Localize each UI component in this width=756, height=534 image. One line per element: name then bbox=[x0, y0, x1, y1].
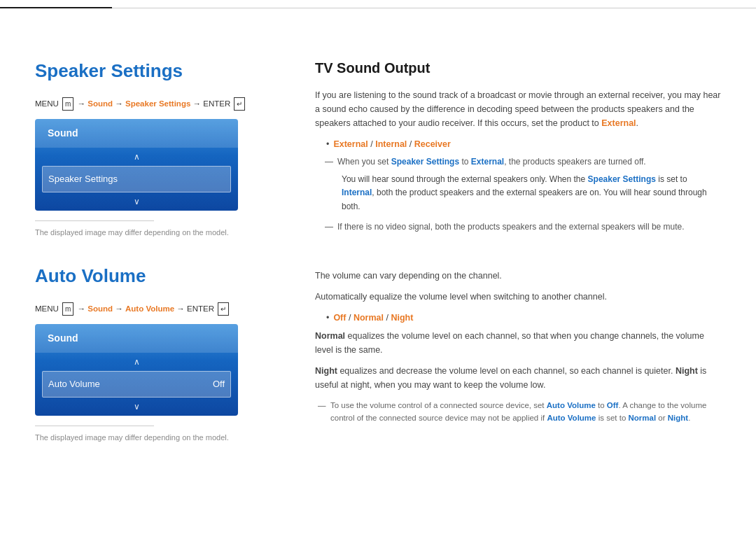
widget-up-arrow2: ∧ bbox=[35, 353, 238, 371]
widget-speaker-settings-item: Speaker Settings bbox=[42, 166, 231, 192]
receiver-label: Receiver bbox=[414, 139, 451, 149]
menu-label2: MENU bbox=[35, 304, 61, 313]
auto-volume-content-section: The volume can vary depending on the cha… bbox=[315, 269, 721, 425]
speaker-settings-ref2: Speaker Settings bbox=[588, 174, 656, 184]
widget-auto-volume-item: Auto Volume Off bbox=[42, 371, 231, 398]
normal-label: Normal bbox=[354, 313, 384, 323]
divider1 bbox=[35, 220, 154, 221]
right-column: TV Sound Output If you are listening to … bbox=[315, 57, 721, 443]
widget-header-label: Sound bbox=[48, 126, 78, 141]
menu-path-arrow2: → ENTER bbox=[193, 99, 233, 108]
tv-sound-output-section: TV Sound Output If you are listening to … bbox=[315, 57, 721, 234]
enter-icon: ↵ bbox=[234, 97, 245, 111]
auto-volume-section: Auto Volume MENU m → Sound → Auto Volume… bbox=[35, 262, 287, 443]
widget-auto-volume-label: Auto Volume bbox=[48, 377, 100, 391]
menu-path-arrow3: → bbox=[115, 304, 125, 313]
auto-volume-note-block: To use the volume control of a connected… bbox=[319, 399, 721, 425]
divider2 bbox=[35, 426, 154, 426]
menu-path-speaker-settings: Speaker Settings bbox=[125, 99, 190, 108]
widget-up-arrow: ∧ bbox=[35, 148, 238, 166]
tv-sound-output-title: TV Sound Output bbox=[315, 57, 721, 78]
bullet-off-normal-night: Off / Normal / Night bbox=[326, 311, 721, 325]
speaker-settings-menu-path: MENU m → Sound → Speaker Settings → ENTE… bbox=[35, 97, 287, 111]
off-ref: Off bbox=[607, 401, 619, 409]
night-description: Night equalizes and decrease the volume … bbox=[315, 364, 721, 392]
dash-item-auto-volume: To use the volume control of a connected… bbox=[323, 399, 721, 425]
off-label: Off bbox=[333, 313, 346, 323]
top-rule bbox=[0, 7, 756, 8]
auto-equalize-text: Automatically equalize the volume level … bbox=[315, 290, 721, 304]
speaker-settings-note-block: When you set Speaker Settings to Externa… bbox=[326, 155, 721, 234]
dash-item-external: When you set Speaker Settings to Externa… bbox=[330, 155, 721, 169]
bullet-external-internal: External / Internal / Receiver bbox=[326, 137, 721, 151]
external-highlight: External bbox=[601, 118, 636, 128]
menu-path-sound2: Sound bbox=[88, 304, 113, 313]
menu-label: MENU bbox=[35, 99, 61, 108]
menu-path-text2: → bbox=[78, 304, 88, 313]
auto-volume-ref: Auto Volume bbox=[547, 401, 596, 409]
menu-path-text: → bbox=[78, 99, 88, 108]
widget-selected-label: Speaker Settings bbox=[48, 172, 118, 186]
sub-description: You will hear sound through the external… bbox=[342, 173, 721, 213]
speaker-settings-widget: Sound ∧ Speaker Settings ∨ bbox=[35, 119, 238, 211]
volume-vary-text: The volume can vary depending on the cha… bbox=[315, 269, 721, 283]
speaker-settings-note: The displayed image may differ depending… bbox=[35, 227, 287, 239]
night-bold2: Night bbox=[676, 366, 698, 376]
dash-item-no-video: If there is no video signal, both the pr… bbox=[330, 220, 721, 234]
normal-ref: Normal bbox=[629, 414, 657, 422]
left-column: Speaker Settings MENU m → Sound → Speake… bbox=[35, 57, 287, 443]
widget-down-arrow: ∨ bbox=[35, 192, 238, 211]
widget-sound-header2: Sound bbox=[35, 324, 238, 353]
internal-ref: Internal bbox=[342, 188, 372, 197]
enter-icon2: ↵ bbox=[218, 302, 229, 316]
external-ref: External bbox=[471, 157, 504, 167]
normal-description: Normal equalizes the volume level on eac… bbox=[315, 329, 721, 357]
auto-volume-menu-path: MENU m → Sound → Auto Volume → ENTER ↵ bbox=[35, 302, 287, 316]
normal-bold: Normal bbox=[315, 331, 345, 341]
menu-path-auto-volume: Auto Volume bbox=[125, 304, 174, 313]
menu-path-arrow1: → bbox=[115, 99, 125, 108]
auto-volume-widget: Sound ∧ Auto Volume Off ∨ bbox=[35, 324, 238, 416]
bullet-text: External / Internal / Receiver bbox=[333, 137, 450, 151]
menu-icon2: m bbox=[62, 302, 74, 316]
speaker-settings-section: Speaker Settings MENU m → Sound → Speake… bbox=[35, 57, 287, 238]
night-label: Night bbox=[391, 313, 413, 323]
widget-sound-header: Sound bbox=[35, 119, 238, 148]
menu-path-sound: Sound bbox=[88, 99, 113, 108]
off-normal-night-text: Off / Normal / Night bbox=[333, 311, 413, 325]
menu-icon: m bbox=[62, 97, 74, 111]
page-container: Speaker Settings MENU m → Sound → Speake… bbox=[0, 29, 756, 464]
speaker-settings-title: Speaker Settings bbox=[35, 57, 287, 85]
internal-label: Internal bbox=[375, 139, 407, 149]
auto-volume-ref2: Auto Volume bbox=[547, 414, 596, 422]
speaker-settings-ref1: Speaker Settings bbox=[391, 157, 459, 167]
widget-header-label2: Sound bbox=[48, 331, 78, 346]
widget-auto-volume-value: Off bbox=[213, 377, 225, 391]
tv-sound-description: If you are listening to the sound track … bbox=[315, 88, 721, 130]
menu-path-arrow4: → ENTER bbox=[176, 304, 216, 313]
external-label: External bbox=[333, 139, 368, 149]
widget-down-arrow2: ∨ bbox=[35, 398, 238, 416]
night-bold: Night bbox=[315, 366, 337, 376]
auto-volume-title: Auto Volume bbox=[35, 262, 287, 290]
auto-volume-note: The displayed image may differ depending… bbox=[35, 432, 287, 444]
night-ref: Night bbox=[668, 414, 688, 422]
